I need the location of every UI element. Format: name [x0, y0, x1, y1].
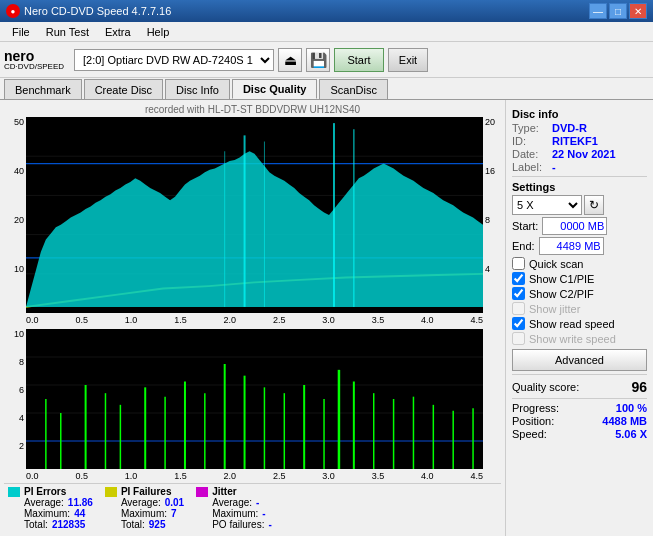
- jitter-max-label: Maximum:: [212, 508, 258, 519]
- x-label-4.5-bot: 4.5: [470, 471, 483, 481]
- start-row: Start:: [512, 217, 647, 235]
- show-c1pie-checkbox[interactable]: [512, 272, 525, 285]
- show-c2-pif-row: Show C2/PIF: [512, 287, 647, 300]
- y-right-20: 20: [485, 117, 495, 127]
- eject-button[interactable]: ⏏: [278, 48, 302, 72]
- show-jitter-row: Show jitter: [512, 302, 647, 315]
- pif-total-label: Total:: [121, 519, 145, 530]
- pif-avg-value: 0.01: [165, 497, 184, 508]
- disc-type-label: Type:: [512, 122, 552, 134]
- position-label: Position:: [512, 415, 554, 427]
- maximize-button[interactable]: □: [609, 3, 627, 19]
- y-bot-4: 4: [19, 413, 24, 423]
- pi-total-label: Total:: [24, 519, 48, 530]
- pi-max-label: Maximum:: [24, 508, 70, 519]
- progress-row: Progress: 100 %: [512, 402, 647, 414]
- start-input[interactable]: [542, 217, 607, 235]
- jitter-title: Jitter: [212, 486, 272, 497]
- x-label-2.0-top: 2.0: [224, 315, 237, 325]
- menu-bar: File Run Test Extra Help: [0, 22, 653, 42]
- tab-disc-quality[interactable]: Disc Quality: [232, 79, 318, 99]
- app-icon: ●: [6, 4, 20, 18]
- progress-value: 100 %: [616, 402, 647, 414]
- show-read-speed-checkbox[interactable]: [512, 317, 525, 330]
- drive-select[interactable]: [2:0] Optiarc DVD RW AD-7240S 1.04: [74, 49, 274, 71]
- x-label-3.0-bot: 3.0: [322, 471, 335, 481]
- disc-type-value: DVD-R: [552, 122, 587, 134]
- x-label-3.0-top: 3.0: [322, 315, 335, 325]
- app-title: Nero CD-DVD Speed 4.7.7.16: [24, 5, 171, 17]
- x-label-4.0-top: 4.0: [421, 315, 434, 325]
- quality-score-row: Quality score: 96: [512, 379, 647, 395]
- disc-date-label: Date:: [512, 148, 552, 160]
- y-right-16: 16: [485, 166, 495, 176]
- show-write-speed-checkbox[interactable]: [512, 332, 525, 345]
- jitter-avg-label: Average:: [212, 497, 252, 508]
- tab-scan-disc[interactable]: ScanDisc: [319, 79, 387, 99]
- y-label-20: 20: [14, 215, 24, 225]
- pi-avg-label: Average:: [24, 497, 64, 508]
- pi-avg-value: 11.86: [68, 497, 93, 508]
- speed-select[interactable]: 1 X2 X4 X5 X8 XMax: [512, 195, 582, 215]
- start-label: Start:: [512, 220, 538, 232]
- start-button[interactable]: Start: [334, 48, 384, 72]
- show-c1pie-label: Show C1/PIE: [529, 273, 594, 285]
- quality-score-label: Quality score:: [512, 381, 579, 393]
- pi-errors-title: PI Errors: [24, 486, 93, 497]
- refresh-button[interactable]: ↻: [584, 195, 604, 215]
- speed-row: 1 X2 X4 X5 X8 XMax ↻: [512, 195, 647, 215]
- x-label-0.5-top: 0.5: [75, 315, 88, 325]
- disc-date-row: Date: 22 Nov 2021: [512, 148, 647, 160]
- x-label-1.0-bot: 1.0: [125, 471, 138, 481]
- save-button[interactable]: 💾: [306, 48, 330, 72]
- po-failures-label: PO failures:: [212, 519, 264, 530]
- quick-scan-row: Quick scan: [512, 257, 647, 270]
- disc-label-label: Label:: [512, 161, 552, 173]
- quick-scan-checkbox[interactable]: [512, 257, 525, 270]
- jitter-avg-value: -: [256, 497, 259, 508]
- show-c2pif-checkbox[interactable]: [512, 287, 525, 300]
- po-failures-value: -: [268, 519, 271, 530]
- end-row: End:: [512, 237, 647, 255]
- pif-avg-label: Average:: [121, 497, 161, 508]
- settings-title: Settings: [512, 181, 647, 193]
- menu-file[interactable]: File: [4, 24, 38, 40]
- menu-run-test[interactable]: Run Test: [38, 24, 97, 40]
- tab-benchmark[interactable]: Benchmark: [4, 79, 82, 99]
- toolbar: nero CD·DVD/SPEED [2:0] Optiarc DVD RW A…: [0, 42, 653, 78]
- pif-max-label: Maximum:: [121, 508, 167, 519]
- x-label-0.0-bot: 0.0: [26, 471, 39, 481]
- nero-text: nero: [4, 49, 64, 63]
- show-write-speed-label: Show write speed: [529, 333, 616, 345]
- close-button[interactable]: ✕: [629, 3, 647, 19]
- jitter-legend: [196, 487, 208, 497]
- pi-total-value: 212835: [52, 519, 85, 530]
- cdspeed-text: CD·DVD/SPEED: [4, 63, 64, 71]
- menu-help[interactable]: Help: [139, 24, 178, 40]
- chart-title: recorded with HL-DT-ST BDDVDRW UH12NS40: [4, 104, 501, 115]
- show-read-speed-row: Show read speed: [512, 317, 647, 330]
- advanced-button[interactable]: Advanced: [512, 349, 647, 371]
- x-label-3.5-bot: 3.5: [372, 471, 385, 481]
- speed-value: 5.06 X: [615, 428, 647, 440]
- quality-score-value: 96: [631, 379, 647, 395]
- x-label-2.5-bot: 2.5: [273, 471, 286, 481]
- x-label-3.5-top: 3.5: [372, 315, 385, 325]
- show-jitter-checkbox[interactable]: [512, 302, 525, 315]
- tab-disc-info[interactable]: Disc Info: [165, 79, 230, 99]
- speed-row-info: Speed: 5.06 X: [512, 428, 647, 440]
- exit-button[interactable]: Exit: [388, 48, 428, 72]
- main-content: recorded with HL-DT-ST BDDVDRW UH12NS40 …: [0, 100, 653, 536]
- menu-extra[interactable]: Extra: [97, 24, 139, 40]
- end-input[interactable]: [539, 237, 604, 255]
- x-label-0.5-bot: 0.5: [75, 471, 88, 481]
- stats-bar: PI Errors Average: 11.86 Maximum: 44 Tot…: [4, 483, 501, 532]
- tab-create-disc[interactable]: Create Disc: [84, 79, 163, 99]
- minimize-button[interactable]: —: [589, 3, 607, 19]
- pif-total-value: 925: [149, 519, 166, 530]
- pi-failures-title: PI Failures: [121, 486, 184, 497]
- disc-id-label: ID:: [512, 135, 552, 147]
- y-bot-6: 6: [19, 385, 24, 395]
- y-right-8: 8: [485, 215, 490, 225]
- pi-failures-legend: [105, 487, 117, 497]
